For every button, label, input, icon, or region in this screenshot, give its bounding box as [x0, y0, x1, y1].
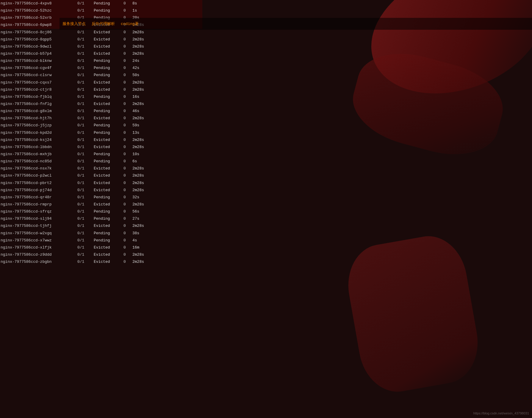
pod-time: 59s	[132, 122, 156, 128]
pod-status: Pending	[94, 1, 123, 7]
table-row: nginx-7977586ccd-sfrqz 0/1 Pending 0 56s	[0, 208, 202, 215]
pod-status: Pending	[94, 238, 123, 243]
pod-status: Pending	[94, 158, 123, 164]
pod-status: Evicted	[94, 245, 123, 251]
table-row: nginx-7977586ccd-8cj86 0/1 Evicted 0 2m2…	[0, 29, 202, 36]
table-row: nginx-7977586ccd-ctjr8 0/1 Evicted 0 2m2…	[0, 86, 202, 93]
table-row: nginx-7977586ccd-qr48r 0/1 Pending 0 32s	[0, 194, 202, 201]
watermark: https://blog.csdn.net/weixin_43798031	[473, 411, 529, 415]
pod-name: nginx-7977586ccd-nsx7k	[0, 166, 77, 172]
pod-name: nginx-7977586ccd-kpd2d	[0, 130, 77, 136]
pod-time: 2m28s	[132, 202, 156, 208]
pod-name: nginx-7977586ccd-qr48r	[0, 194, 77, 200]
pod-name: nginx-7977586ccd-4xpv8	[0, 1, 77, 7]
pod-name: nginx-7977586ccd-mxhjb	[0, 151, 77, 157]
pod-time: 2m28s	[132, 37, 156, 43]
pod-status: Evicted	[94, 137, 123, 143]
table-row: nginx-7977586ccd-lbbdn 0/1 Evicted 0 2m2…	[0, 144, 202, 151]
pod-status: Evicted	[94, 187, 123, 193]
pod-num: 0	[123, 72, 132, 78]
pod-ratio: 0/1	[77, 80, 94, 86]
pod-name: nginx-7977586ccd-zbgbn	[0, 259, 77, 265]
pod-num: 0	[123, 94, 132, 100]
pod-ratio: 0/1	[77, 166, 94, 172]
pod-ratio: 0/1	[77, 202, 94, 208]
pod-name: nginx-7977586ccd-pj74d	[0, 187, 77, 193]
pod-name: nginx-7977586ccd-ctjr8	[0, 87, 77, 93]
table-row: nginx-7977586ccd-rmprp 0/1 Evicted 0 2m2…	[0, 201, 202, 208]
pod-status: Pending	[94, 94, 123, 100]
pod-name: nginx-7977586ccd-ksj24	[0, 137, 77, 143]
pod-ratio: 0/1	[77, 1, 94, 7]
pod-status: Evicted	[94, 115, 123, 121]
pod-name: nginx-7977586ccd-cqxs7	[0, 80, 77, 86]
pod-status: Evicted	[94, 180, 123, 186]
pod-num: 0	[123, 180, 132, 186]
pod-time: 38s	[132, 230, 156, 236]
pod-name: nginx-7977586ccd-fjblq	[0, 94, 77, 100]
pod-time: 2m28s	[132, 166, 156, 172]
pod-status: Pending	[94, 216, 123, 222]
pod-name: nginx-7977586ccd-nc85d	[0, 158, 77, 164]
pod-name: nginx-7977586ccd-8cj86	[0, 29, 77, 35]
pod-time: 50s	[132, 72, 156, 78]
table-row: nginx-7977586ccd-p2wcl 0/1 Evicted 0 2m2…	[0, 172, 202, 179]
pod-num: 0	[123, 259, 132, 265]
pod-num: 0	[123, 194, 132, 200]
pod-time: 24s	[132, 58, 156, 64]
pod-status: Evicted	[94, 44, 123, 50]
pod-status: Pending	[94, 58, 123, 64]
pod-num: 0	[123, 122, 132, 128]
table-row: nginx-7977586ccd-cqxs7 0/1 Evicted 0 2m2…	[0, 79, 202, 86]
pod-time: 2m28s	[132, 259, 156, 265]
pod-time: 2m28s	[132, 44, 156, 50]
pod-time: 2m28s	[132, 144, 156, 150]
nav-overlay: 服务接入节点 反向代理解析 coding著	[60, 18, 532, 30]
pod-time: 2m28s	[132, 223, 156, 229]
pod-name: nginx-7977586ccd-w2xgq	[0, 230, 77, 236]
table-row: nginx-7977586ccd-52hzc 0/1 Pending 0 1s	[0, 7, 202, 14]
pod-status: Evicted	[94, 173, 123, 179]
table-row: nginx-7977586ccd-j5jzp 0/1 Pending 0 59s	[0, 122, 202, 129]
pod-num: 0	[123, 101, 132, 107]
table-row: nginx-7977586ccd-g8xlm 0/1 Pending 0 46s	[0, 108, 202, 115]
pod-num: 0	[123, 151, 132, 157]
pod-ratio: 0/1	[77, 44, 94, 50]
pod-name: nginx-7977586ccd-z9ddd	[0, 252, 77, 258]
pod-ratio: 0/1	[77, 259, 94, 265]
pod-ratio: 0/1	[77, 115, 94, 121]
pod-name: nginx-7977586ccd-lbbdn	[0, 144, 77, 150]
pod-name: nginx-7977586ccd-9dwzl	[0, 44, 77, 50]
pod-time: 13s	[132, 130, 156, 136]
pod-name: nginx-7977586ccd-cgv4f	[0, 65, 77, 71]
pod-ratio: 0/1	[77, 223, 94, 229]
pod-time: 2m28s	[132, 115, 156, 121]
pod-name: nginx-7977586ccd-slj94	[0, 216, 77, 222]
pod-num: 0	[123, 216, 132, 222]
pod-ratio: 0/1	[77, 58, 94, 64]
pod-ratio: 0/1	[77, 252, 94, 258]
table-row: nginx-7977586ccd-mxhjb 0/1 Pending 0 10s	[0, 151, 202, 158]
pod-ratio: 0/1	[77, 216, 94, 222]
pod-ratio: 0/1	[77, 29, 94, 35]
pod-ratio: 0/1	[77, 65, 94, 71]
pod-time: 2m28s	[132, 101, 156, 107]
pod-time: 2m28s	[132, 51, 156, 57]
pod-time: 2m28s	[132, 187, 156, 193]
pod-ratio: 0/1	[77, 37, 94, 43]
pod-status: Pending	[94, 72, 123, 78]
pod-ratio: 0/1	[77, 238, 94, 243]
pod-ratio: 0/1	[77, 173, 94, 179]
pod-ratio: 0/1	[77, 94, 94, 100]
pod-list-table: nginx-7977586ccd-4xpv8 0/1 Pending 0 8s …	[0, 0, 202, 265]
pod-num: 0	[123, 166, 132, 172]
pod-name: nginx-7977586ccd-blknw	[0, 58, 77, 64]
table-row: nginx-7977586ccd-b57p4 0/1 Evicted 0 2m2…	[0, 50, 202, 57]
table-row: nginx-7977586ccd-pbrt2 0/1 Evicted 0 2m2…	[0, 180, 202, 187]
pod-name: nginx-7977586ccd-xlfjk	[0, 245, 77, 251]
pod-time: 2m28s	[132, 137, 156, 143]
pod-num: 0	[123, 223, 132, 229]
pod-num: 0	[123, 51, 132, 57]
pod-ratio: 0/1	[77, 101, 94, 107]
pod-time: 16s	[132, 94, 156, 100]
